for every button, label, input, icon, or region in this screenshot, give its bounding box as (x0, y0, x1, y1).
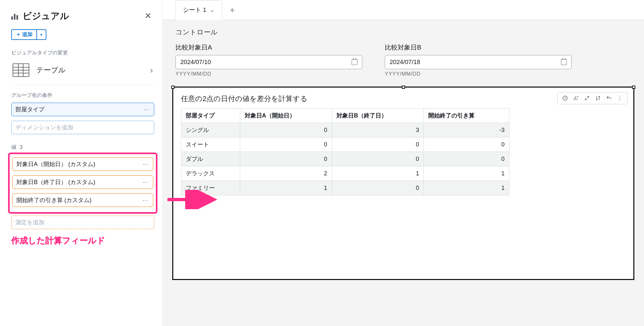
calc-fields-highlight: 対象日A（開始日） (カスタム) ⋮ 対象日B（終了日） (カスタム) ⋮ 開始… (8, 153, 157, 214)
visual-type-selector[interactable]: テーブル › (11, 60, 154, 85)
control-label: 比較対象日B (385, 43, 572, 52)
table-row: デラックス211 (181, 166, 509, 181)
control-date-b: 比較対象日B 2024/07/18 YYYY/MM/DD (385, 43, 572, 77)
close-panel-button[interactable]: ✕ (142, 10, 154, 22)
table-row: ダブル000 (181, 152, 509, 166)
sheet-tab-label: シート 1 (183, 6, 206, 14)
table-type-icon (13, 63, 29, 77)
value-count: 3 (20, 144, 23, 150)
table-header[interactable]: 開始終了の引き算 (424, 108, 509, 123)
more-menu-icon[interactable]: ⋮ (614, 94, 625, 103)
visual-container-selected[interactable]: 任意の2点の日付の値を差分を計算する ⋮ (172, 87, 634, 280)
add-dimension-dropzone[interactable]: ディメンションを追加 (11, 121, 154, 134)
maximize-icon[interactable] (582, 94, 592, 103)
add-dimension-placeholder: ディメンションを追加 (15, 124, 73, 131)
group-by-field-name: 部屋タイプ (15, 106, 44, 113)
add-measure-placeholder: 測定を追加 (15, 219, 44, 226)
value-field-pill[interactable]: 開始終了の引き算 (カスタム) ⋮ (12, 193, 153, 207)
field-menu-icon[interactable]: ⋮ (142, 198, 149, 203)
undo-icon[interactable] (603, 94, 614, 103)
visual-toolbar: ⋮ (557, 92, 628, 104)
sheet-canvas-area: シート 1 ⌄ ＋ コントロール 比較対象日A 2024/07/10 YYYY/… (163, 0, 644, 326)
resize-handle[interactable] (632, 86, 635, 89)
insight-icon[interactable] (571, 94, 582, 103)
add-button-dropdown[interactable]: ▾ (37, 29, 46, 40)
date-format-hint: YYYY/MM/DD (385, 71, 572, 77)
field-menu-icon[interactable]: ⋮ (142, 162, 149, 167)
sort-icon[interactable] (592, 94, 603, 103)
date-input-value: 2024/07/10 (180, 59, 211, 66)
value-field-pill[interactable]: 対象日A（開始日） (カスタム) ⋮ (12, 157, 153, 171)
resize-handle[interactable] (402, 86, 405, 89)
add-sheet-button[interactable]: ＋ (228, 4, 236, 15)
group-by-field-pill[interactable]: 部屋タイプ ⋮ (11, 103, 154, 116)
table-row: シングル03-3 (181, 123, 509, 137)
date-input-a[interactable]: 2024/07/10 (175, 55, 362, 69)
field-menu-icon[interactable]: ⋮ (142, 180, 149, 185)
visual-title[interactable]: 任意の2点の日付の値を差分を計算する (181, 94, 308, 104)
sheet-tabs-bar: シート 1 ⌄ ＋ (163, 0, 644, 20)
visual-type-name: テーブル (36, 65, 66, 75)
table-header-row: 部屋タイプ 対象日A（開始日） 対象日B（終了日） 開始終了の引き算 (181, 108, 509, 123)
table-header[interactable]: 対象日A（開始日） (240, 108, 332, 123)
add-measure-dropzone[interactable]: 測定を追加 (11, 216, 154, 229)
table-row: ファミリー101 (181, 181, 509, 195)
value-section-label: 値 (11, 144, 16, 151)
resize-handle[interactable] (171, 86, 175, 89)
change-visual-type-label: ビジュアルタイプの変更 (11, 50, 154, 56)
calendar-icon[interactable] (352, 59, 357, 65)
add-button[interactable]: ＋ 追加 (11, 29, 37, 40)
result-table: 部屋タイプ 対象日A（開始日） 対象日B（終了日） 開始終了の引き算 シングル0… (181, 108, 509, 195)
date-input-value: 2024/07/18 (390, 59, 420, 66)
visual-panel-icon (11, 13, 18, 20)
group-by-label: グループ化の条件 (11, 92, 154, 99)
date-format-hint: YYYY/MM/DD (175, 71, 362, 77)
table-row: スイート000 (181, 137, 509, 152)
value-field-name: 対象日A（開始日） (カスタム) (16, 160, 95, 168)
add-button-group: ＋ 追加 ▾ (11, 29, 46, 40)
controls-section-label: コントロール (163, 20, 644, 43)
value-field-name: 開始終了の引き算 (カスタム) (16, 196, 91, 204)
value-field-name: 対象日B（終了日） (カスタム) (16, 178, 95, 186)
date-input-b[interactable]: 2024/07/18 (385, 55, 572, 69)
table-header[interactable]: 部屋タイプ (181, 108, 240, 123)
field-menu-icon[interactable]: ⋮ (143, 107, 150, 112)
calc-field-annotation: 作成した計算フィールド (11, 235, 154, 246)
control-label: 比較対象日A (175, 43, 362, 52)
table-header[interactable]: 対象日B（終了日） (332, 108, 424, 123)
visual-config-panel: ビジュアル ✕ ＋ 追加 ▾ ビジュアルタイプの変更 テーブル › グループ化の… (0, 0, 163, 326)
sheet-tab[interactable]: シート 1 ⌄ (175, 0, 222, 20)
value-field-pill[interactable]: 対象日B（終了日） (カスタム) ⋮ (12, 175, 153, 189)
panel-title: ビジュアル (23, 10, 69, 22)
chevron-down-icon[interactable]: ⌄ (210, 6, 215, 14)
calendar-icon[interactable] (561, 59, 567, 65)
filter-icon[interactable] (560, 94, 571, 103)
chevron-right-icon: › (150, 65, 153, 75)
control-date-a: 比較対象日A 2024/07/10 YYYY/MM/DD (175, 43, 362, 77)
